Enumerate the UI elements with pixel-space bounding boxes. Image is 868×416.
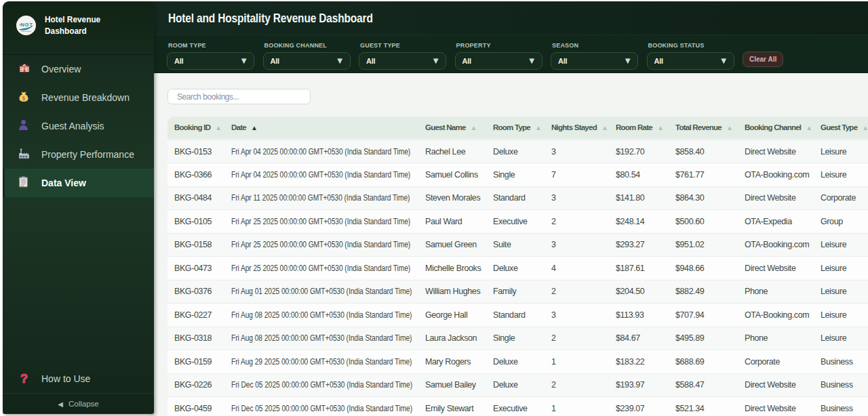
svg-text:$: $ bbox=[22, 94, 26, 101]
